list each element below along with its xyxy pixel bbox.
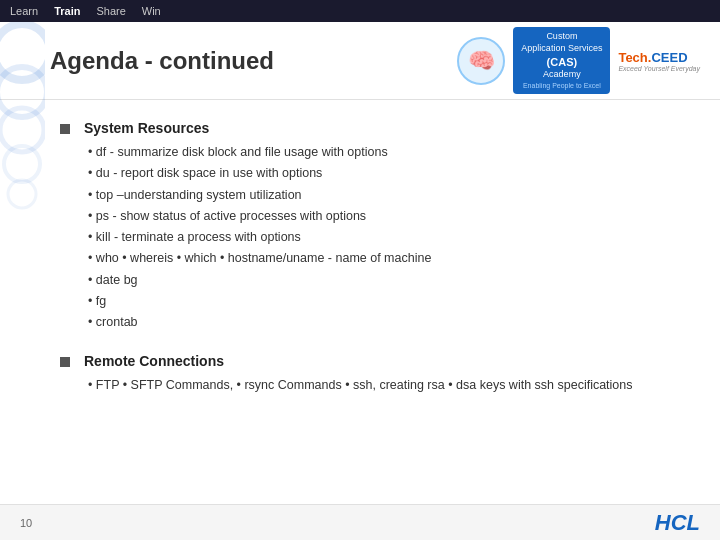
nav-item-share[interactable]: Share <box>96 5 125 17</box>
list-item: crontab <box>84 312 680 333</box>
header-logos: 🧠 Custom Application Services (CAS) Acad… <box>457 27 700 93</box>
list-item: date bg <box>84 270 680 291</box>
main-content: System Resources df - summarize disk blo… <box>0 100 720 504</box>
nav-item-learn[interactable]: Learn <box>10 5 38 17</box>
hcl-logo: HCL <box>655 510 700 536</box>
list-item: df - summarize disk block and file usage… <box>84 142 680 163</box>
bullet-icon-1 <box>60 124 70 134</box>
brain-icon: 🧠 <box>457 37 505 85</box>
page-number: 10 <box>20 517 32 529</box>
nav-item-win[interactable]: Win <box>142 5 161 17</box>
bullet-icon-2 <box>60 357 70 367</box>
section-2-title: Remote Connections <box>84 353 680 369</box>
list-item: ps - show status of active processes wit… <box>84 206 680 227</box>
list-item: kill - terminate a process with options <box>84 227 680 248</box>
top-nav-bar: Learn Train Share Win <box>0 0 720 22</box>
header: Agenda - continued 🧠 Custom Application … <box>0 22 720 100</box>
footer: 10 HCL <box>0 504 720 540</box>
techceed-logo: Tech.CEED Exceed Yourself Everyday <box>618 50 700 72</box>
list-item: FTP • SFTP Commands, • rsync Commands • … <box>84 375 680 396</box>
section-1-title: System Resources <box>84 120 680 136</box>
page-title: Agenda - continued <box>50 47 274 75</box>
section-1-content: System Resources df - summarize disk blo… <box>84 120 680 333</box>
section-remote-connections: Remote Connections FTP • SFTP Commands, … <box>60 353 680 396</box>
list-item: who • whereis • which • hostname/uname -… <box>84 248 680 269</box>
list-item: top –understanding system utilization <box>84 185 680 206</box>
section-system-resources: System Resources df - summarize disk blo… <box>60 120 680 333</box>
list-item: du - report disk space in use with optio… <box>84 163 680 184</box>
nav-item-train[interactable]: Train <box>54 5 80 17</box>
section-2-content: Remote Connections FTP • SFTP Commands, … <box>84 353 680 396</box>
svg-point-4 <box>8 180 36 208</box>
cas-logo: Custom Application Services (CAS) Academ… <box>513 27 610 93</box>
list-item: fg <box>84 291 680 312</box>
